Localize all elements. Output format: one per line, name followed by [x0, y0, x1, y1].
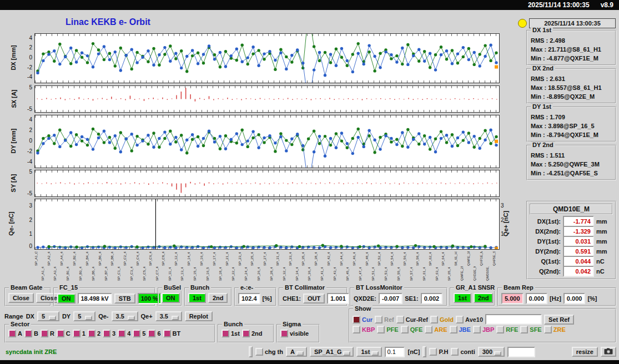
r-checkbox[interactable]: R: [41, 330, 54, 337]
5-menu[interactable]: 5: [73, 311, 95, 321]
kbp-checkbox[interactable]: KBP: [353, 326, 375, 333]
jbp-checkbox-icon: [473, 326, 481, 333]
bt-collimator-group-label: BT Collimator: [283, 284, 326, 291]
cur-checkbox[interactable]: Cur: [353, 316, 373, 323]
stat-max: Max : 18.557@S8_61_H1: [531, 83, 613, 92]
x-tick-label: SP_34_4: [295, 266, 299, 281]
ref-checkbox[interactable]: Ref: [375, 316, 394, 323]
are-checkbox[interactable]: ARE: [425, 326, 447, 333]
rfe-checkbox-icon: [496, 326, 504, 333]
1-checkbox[interactable]: 1: [73, 330, 85, 337]
bt-checkbox-label: BT: [173, 330, 181, 337]
1st-button[interactable]: 1st: [188, 293, 206, 303]
pfe-checkbox-icon: [377, 326, 385, 333]
beam-rep-group-label: Beam Rep: [502, 284, 535, 291]
x-tick-label: SP_A1_4: [41, 266, 45, 281]
3-checkbox[interactable]: 3: [103, 330, 115, 337]
4-checkbox-label: 4: [127, 330, 130, 337]
3-5-menu[interactable]: 3.5: [112, 311, 138, 321]
jbp-checkbox[interactable]: JBP: [473, 326, 494, 333]
dy-label: DY: [62, 313, 71, 320]
page-title: Linac KEKB e- Orbit: [66, 17, 150, 27]
3-checkbox-icon: [103, 330, 110, 337]
b-checkbox[interactable]: B: [24, 330, 38, 337]
2nd-checkbox[interactable]: 2nd: [242, 330, 263, 337]
status-indicator: [518, 19, 527, 28]
y-tick-label: 2: [501, 217, 510, 223]
visible-checkbox-label: visible: [290, 330, 309, 337]
x-tick-label: SP_18_4: [219, 266, 223, 281]
c-checkbox[interactable]: C: [57, 330, 71, 337]
stb-button[interactable]: STB: [114, 294, 135, 304]
monitor-row: DX(2nd):-1.329mm: [527, 226, 615, 236]
gold-checkbox[interactable]: Gold: [430, 316, 454, 323]
zre-checkbox[interactable]: ZRE: [544, 326, 566, 333]
on-button[interactable]: ON: [57, 294, 76, 304]
bottom-toolbar: chg thASP_A1_G1st[nC]P.Hconti300resize: [249, 345, 616, 359]
300-menu[interactable]: 300: [478, 347, 505, 357]
sfe-checkbox[interactable]: SFE: [520, 326, 541, 333]
2nd-button[interactable]: 2nd: [208, 293, 228, 303]
dx-2nd-stats: DX 2ndRMS : 2.631Max : 18.557@S8_61_H1Mi…: [526, 68, 616, 104]
2-checkbox[interactable]: 2: [88, 330, 100, 337]
x-tick-label: SP_45_4: [346, 266, 350, 281]
5-menu[interactable]: 5: [37, 311, 59, 321]
x-tick-label: SP_22_4: [232, 266, 235, 281]
q-1st-value: 0.044: [563, 256, 594, 267]
r-checkbox-label: R: [50, 330, 54, 337]
pfe-checkbox[interactable]: PFE: [377, 326, 398, 333]
5-checkbox[interactable]: 5: [133, 330, 145, 337]
bt-checkbox[interactable]: BT: [163, 330, 181, 337]
set-ref-button[interactable]: Set Ref: [544, 315, 574, 325]
busel-group-label: BuSel: [162, 284, 183, 291]
e-e-group-label: e-:e-: [239, 284, 255, 291]
resize-button[interactable]: resize: [572, 347, 598, 357]
rfe-checkbox[interactable]: RFE: [496, 326, 518, 333]
x-tick-label: SP_23_4: [238, 251, 242, 266]
1st-button[interactable]: 1st: [454, 293, 471, 303]
stat-min-label: Min :: [531, 132, 545, 138]
x-tick-label: SP_27_4: [263, 251, 267, 266]
menu-value: 5: [42, 313, 45, 320]
jbe-checkbox[interactable]: JBE: [450, 326, 471, 333]
replot-button[interactable]: Replot: [185, 311, 213, 321]
3-5-menu[interactable]: 3.5: [155, 311, 182, 321]
chg-th-checkbox[interactable]: chg th: [255, 348, 283, 356]
on-button[interactable]: ON: [162, 293, 180, 303]
b-checkbox-label: B: [34, 330, 38, 337]
camera-button[interactable]: [601, 347, 616, 357]
beam-rep-group: Beam Rep5.0000.000[Hz]0.000[%]: [497, 287, 616, 306]
4-checkbox-icon: [118, 330, 125, 337]
gold-checkbox-label: Gold: [440, 316, 454, 323]
b-checkbox-icon: [24, 330, 32, 337]
2nd-checkbox-icon: [242, 330, 250, 337]
6-checkbox[interactable]: 6: [148, 330, 160, 337]
4-checkbox[interactable]: 4: [118, 330, 130, 337]
conti-checkbox[interactable]: conti: [451, 348, 475, 356]
sp-a1-g-menu[interactable]: SP_A1_G: [310, 347, 354, 357]
a-menu[interactable]: A: [286, 347, 307, 357]
visible-checkbox[interactable]: visible: [280, 330, 309, 337]
y-tick-label: 5: [18, 84, 32, 90]
2-checkbox-icon: [88, 330, 95, 337]
ref-entry[interactable]: [485, 314, 542, 325]
ave10-checkbox[interactable]: Ave10: [456, 316, 483, 323]
threshold-entry[interactable]: [385, 347, 405, 357]
a-checkbox[interactable]: A: [8, 330, 22, 337]
out-button[interactable]: OUT: [303, 294, 325, 304]
close-button[interactable]: Close: [8, 293, 34, 303]
1st-checkbox[interactable]: 1st: [222, 330, 240, 337]
y-tick-label: 3: [501, 203, 510, 209]
qfe-checkbox-icon: [401, 326, 409, 333]
misc-entry[interactable]: [507, 347, 535, 357]
separator: [249, 346, 253, 357]
sfe-checkbox-icon: [520, 326, 528, 333]
1st-menu[interactable]: 1st: [356, 347, 382, 357]
stat-rms-label: RMS :: [531, 37, 548, 44]
2nd-button[interactable]: 2nd: [474, 293, 494, 303]
qfe-checkbox[interactable]: QFE: [401, 326, 423, 333]
cur-ref-checkbox[interactable]: Cur-Ref: [396, 316, 428, 323]
p-h-checkbox[interactable]: P.H: [429, 348, 448, 356]
bunch-select-group: Bunch1st2nd: [218, 324, 274, 343]
stat-max-value: 21.711@S8_61_H1: [548, 46, 601, 53]
